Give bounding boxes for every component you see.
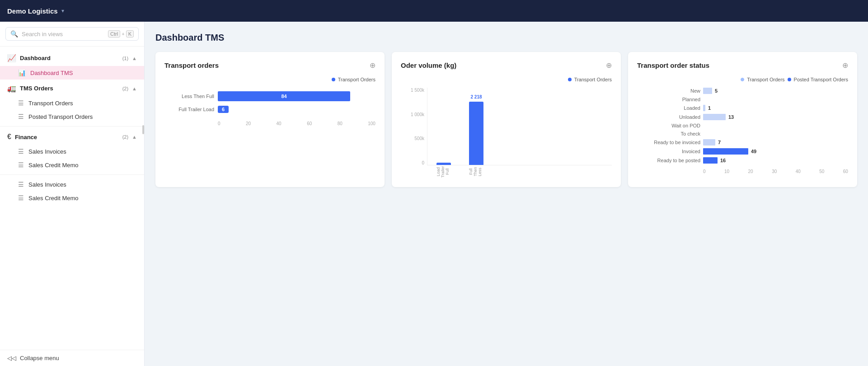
tms-orders-section-label: TMS Orders bbox=[20, 85, 119, 92]
dashboard-section-label: Dashboard bbox=[20, 55, 119, 61]
vbar-group-less-then-full: 2 218 bbox=[469, 102, 483, 165]
finance-section-badge: (2) bbox=[122, 134, 128, 140]
status-axis-60: 60 bbox=[843, 169, 848, 174]
y-label-1500k: 1 500k bbox=[401, 88, 424, 93]
plus-sign: + bbox=[122, 31, 124, 37]
tms-orders-section-badge: (2) bbox=[122, 86, 128, 91]
status-bars-unloaded: 13 bbox=[703, 114, 848, 120]
status-row-invoiced: Invoiced 49 bbox=[637, 148, 848, 155]
collapse-menu-button[interactable]: ◁◁ Collapse menu bbox=[0, 350, 144, 366]
transport-orders-card: Transport orders ⊕ Transport Orders Less… bbox=[155, 52, 385, 187]
nav-section-finance: € Finance (2) ▲ ☰ Sales Invoices ☰ Sales… bbox=[0, 129, 144, 205]
dashboard-section-chevron-icon: ▲ bbox=[132, 56, 137, 61]
transport-order-status-zoom-icon[interactable]: ⊕ bbox=[842, 61, 848, 70]
order-volume-legend: Transport Orders bbox=[401, 77, 612, 82]
sidebar-nav: 📈 Dashboard (1) ▲ 📊 Dashboard TMS 🚛 TMS … bbox=[0, 47, 144, 350]
sidebar: 🔍 Search in views Ctrl + K 📈 Dashboard (… bbox=[0, 22, 145, 366]
status-bars-ready-invoiced: 7 bbox=[703, 139, 848, 145]
status-value-ready-posted: 16 bbox=[720, 158, 726, 163]
status-label-to-check: To check bbox=[637, 131, 700, 136]
order-volume-zoom-icon[interactable]: ⊕ bbox=[606, 61, 612, 70]
transport-orders-zoom-icon[interactable]: ⊕ bbox=[370, 61, 375, 70]
sales-invoices-2-icon: ☰ bbox=[18, 181, 24, 188]
order-volume-legend-label: Transport Orders bbox=[574, 77, 612, 82]
transport-orders-legend: Transport Orders bbox=[164, 77, 375, 82]
status-label-unloaded: Unloaded bbox=[637, 114, 700, 120]
search-bar: 🔍 Search in views Ctrl + K bbox=[0, 22, 144, 47]
page-title: Dashboard TMS bbox=[155, 33, 857, 43]
sales-invoices-1-icon: ☰ bbox=[18, 148, 24, 155]
vbar-y-axis: 1 500k 1 000k 500k 0 bbox=[401, 88, 424, 165]
collapse-icon: ◁◁ bbox=[7, 355, 16, 361]
nav-divider-2 bbox=[0, 174, 144, 175]
legend-dot-blue bbox=[332, 78, 335, 81]
y-label-1000k: 1 000k bbox=[401, 112, 424, 117]
hbar-badge-full-trailer-load: 6 bbox=[218, 106, 229, 113]
hbar-track-full-trailer-load: 6 bbox=[218, 106, 375, 113]
order-volume-card: Oder volume (kg) ⊕ Transport Orders 1 50… bbox=[392, 52, 621, 187]
order-volume-vbar-chart: 1 500k 1 000k 500k 0 2 218 bbox=[401, 88, 612, 178]
status-row-loaded: Loaded 1 bbox=[637, 105, 848, 111]
vbar-value-less-then-full: 2 218 bbox=[470, 94, 482, 99]
y-label-0: 0 bbox=[401, 160, 424, 165]
dashboard-cards-grid: Transport orders ⊕ Transport Orders Less… bbox=[155, 52, 857, 187]
content-area: Dashboard TMS Transport orders ⊕ Transpo… bbox=[145, 22, 868, 366]
status-row-unloaded: Unloaded 13 bbox=[637, 114, 848, 120]
status-axis-20: 20 bbox=[748, 169, 753, 174]
status-bars-invoiced: 49 bbox=[703, 148, 848, 155]
sidebar-scrollbar-thumb bbox=[142, 125, 144, 134]
hbar-label-less-then-full: Less Then Full bbox=[164, 94, 214, 99]
dashboard-tms-icon: 📊 bbox=[18, 69, 26, 76]
finance-section-chevron-icon: ▲ bbox=[132, 134, 137, 140]
k-key: K bbox=[126, 30, 134, 38]
topbar-chevron-icon[interactable]: ▾ bbox=[61, 8, 64, 14]
hbar-axis-60: 60 bbox=[307, 121, 312, 126]
sidebar-item-posted-transport-orders[interactable]: ☰ Posted Transport Orders bbox=[0, 110, 144, 123]
ctrl-key: Ctrl bbox=[108, 30, 120, 38]
topbar: Demo Logistics ▾ bbox=[0, 0, 868, 22]
status-legend-label-transport: Transport Orders bbox=[747, 77, 784, 82]
transport-orders-label: Transport Orders bbox=[28, 100, 73, 107]
search-icon: 🔍 bbox=[10, 30, 18, 38]
sidebar-item-sales-credit-memo-1[interactable]: ☰ Sales Credit Memo bbox=[0, 158, 144, 172]
hbar-row-less-then-full: Less Then Full 84 bbox=[164, 91, 375, 101]
hbar-axis-40: 40 bbox=[277, 121, 282, 126]
search-input[interactable]: 🔍 Search in views Ctrl + K bbox=[5, 27, 139, 41]
sidebar-item-dashboard-tms[interactable]: 📊 Dashboard TMS bbox=[0, 66, 144, 80]
vbar-x-labels: Full Trailer Load Less Then Full bbox=[427, 165, 612, 178]
sales-credit-memo-1-label: Sales Credit Memo bbox=[28, 162, 79, 169]
nav-section-finance-header[interactable]: € Finance (2) ▲ bbox=[0, 129, 144, 145]
transport-order-status-card: Transport order status ⊕ Transport Order… bbox=[628, 52, 857, 187]
status-row-planned: Planned bbox=[637, 97, 848, 102]
sidebar-item-sales-invoices-1[interactable]: ☰ Sales Invoices bbox=[0, 145, 144, 158]
sidebar-item-sales-invoices-2[interactable]: ☰ Sales Invoices bbox=[0, 178, 144, 191]
sales-credit-memo-2-label: Sales Credit Memo bbox=[28, 195, 79, 202]
sales-credit-memo-1-icon: ☰ bbox=[18, 161, 24, 169]
status-value-unloaded: 13 bbox=[728, 114, 734, 120]
status-legend: Transport Orders Posted Transport Orders bbox=[637, 77, 848, 82]
hbar-row-full-trailer-load: Full Trailer Load 6 bbox=[164, 106, 375, 113]
transport-orders-hbar-chart: Less Then Full 84 Full Trailer Load 6 bbox=[164, 88, 375, 130]
sales-invoices-2-label: Sales Invoices bbox=[28, 181, 66, 188]
transport-orders-card-title: Transport orders bbox=[164, 61, 219, 69]
status-row-ready-posted: Ready to be posted 16 bbox=[637, 157, 848, 164]
vbar-full-trailer-load bbox=[436, 163, 451, 165]
status-row-ready-invoiced: Ready to be invoiced 7 bbox=[637, 139, 848, 145]
tms-orders-section-chevron-icon: ▲ bbox=[132, 86, 137, 91]
status-bar-loaded bbox=[703, 105, 705, 111]
sidebar-item-sales-credit-memo-2[interactable]: ☰ Sales Credit Memo bbox=[0, 191, 144, 205]
status-axis-0: 0 bbox=[703, 169, 706, 174]
status-label-ready-invoiced: Ready to be invoiced bbox=[637, 140, 700, 145]
sales-invoices-1-label: Sales Invoices bbox=[28, 148, 66, 155]
hbar-axis-20: 20 bbox=[246, 121, 251, 126]
nav-section-dashboard-header[interactable]: 📈 Dashboard (1) ▲ bbox=[0, 50, 144, 66]
sidebar-item-transport-orders[interactable]: ☰ Transport Orders bbox=[0, 96, 144, 110]
status-chart: New 5 Planned Loaded bbox=[637, 88, 848, 174]
nav-section-tms-orders-header[interactable]: 🚛 TMS Orders (2) ▲ bbox=[0, 80, 144, 96]
status-axis-30: 30 bbox=[772, 169, 777, 174]
hbar-axis-100: 100 bbox=[368, 121, 375, 126]
status-value-new: 5 bbox=[715, 88, 718, 94]
vbar-less-then-full bbox=[469, 102, 483, 165]
posted-transport-orders-label: Posted Transport Orders bbox=[28, 113, 93, 120]
status-label-invoiced: Invoiced bbox=[637, 149, 700, 154]
